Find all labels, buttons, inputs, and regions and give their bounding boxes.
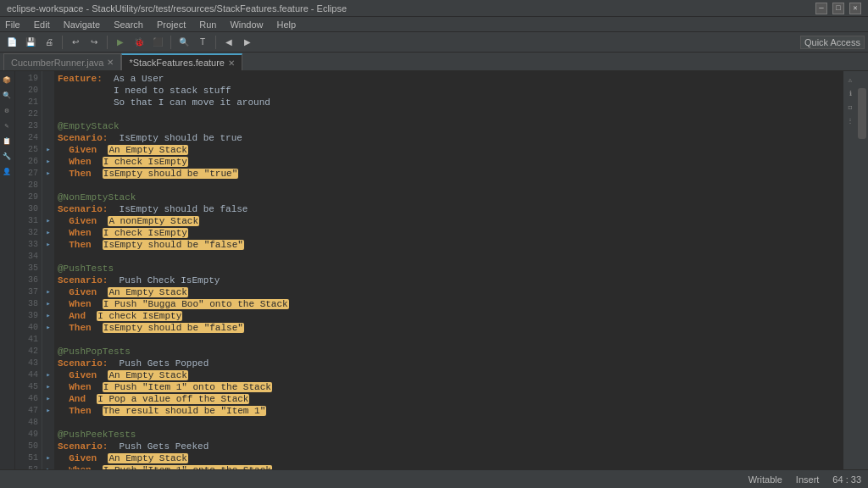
code-line-38: When I Push "Bugga Boo" onto the Stack	[58, 298, 843, 310]
right-sidebar: ⚠ ℹ ◻ ⋮	[843, 71, 856, 469]
linenum-38: 38	[15, 298, 42, 310]
toolbar-search[interactable]: 🔍	[175, 34, 192, 51]
mark-38: ▸	[42, 298, 54, 310]
linenum-22: 22	[15, 108, 42, 120]
code-line-37: Given An Empty Stack	[58, 286, 843, 298]
menu-search[interactable]: Search	[112, 19, 145, 30]
menu-file[interactable]: File	[3, 19, 22, 30]
mark-34	[42, 251, 54, 263]
linenum-37: 37	[15, 286, 42, 298]
toolbar-new[interactable]: 📄	[3, 34, 20, 51]
gutter-icon-5[interactable]: 📋	[0, 134, 14, 147]
gutter-icon-6[interactable]: 🔧	[0, 149, 14, 163]
sidebar-icon-1[interactable]: ⚠	[843, 73, 857, 86]
linenum-26: 26	[15, 156, 42, 168]
code-line-30: Scenario: IsEmpty should be false	[58, 203, 843, 215]
mark-42	[42, 346, 54, 358]
minimize-button[interactable]: ─	[815, 3, 827, 14]
code-line-25: Given An Empty Stack	[58, 144, 843, 156]
toolbar-run[interactable]: ▶	[112, 34, 129, 51]
linenum-47: 47	[15, 405, 42, 417]
toolbar-sep-4	[215, 36, 216, 49]
code-line-33: Then IsEmpty should be "false"	[58, 239, 843, 251]
code-line-34	[58, 251, 843, 263]
toolbar-next[interactable]: ▶	[239, 34, 256, 51]
code-editor[interactable]: Feature: As a User I need to stack stuff…	[54, 71, 843, 469]
linenum-50: 50	[15, 441, 42, 452]
tab-cucumber-runner-label: CucumberRunner.java	[11, 58, 103, 68]
main-content: 📦 🔍 ⚙ ✎ 📋 🔧 👤 19 20 21 22 23 24 25 26 27…	[0, 71, 868, 469]
linenum-48: 48	[15, 417, 42, 429]
maximize-button[interactable]: □	[832, 3, 844, 14]
code-line-48	[58, 417, 843, 429]
toolbar-save[interactable]: 💾	[22, 34, 39, 51]
linenum-49: 49	[15, 429, 42, 441]
toolbar-redo[interactable]: ↪	[86, 34, 103, 51]
linenum-46: 46	[15, 393, 42, 405]
menu-bar: File Edit Navigate Search Project Run Wi…	[0, 17, 868, 32]
scroll-thumb[interactable]	[858, 88, 866, 139]
code-line-43: Scenario: Push Gets Popped	[58, 358, 843, 369]
gutter-icon-7[interactable]: 👤	[0, 164, 14, 178]
mark-44: ▸	[42, 369, 54, 381]
code-line-29: @NonEmptyStack	[58, 191, 843, 203]
quick-access-input[interactable]: Quick Access	[800, 36, 865, 49]
code-line-35: @PushTests	[58, 263, 843, 274]
toolbar-prev[interactable]: ◀	[220, 34, 237, 51]
gutter-icon-3[interactable]: ⚙	[0, 103, 14, 117]
mark-23	[42, 120, 54, 132]
mark-19	[42, 73, 54, 85]
toolbar-print[interactable]: 🖨	[41, 34, 58, 51]
status-insert: Insert	[796, 474, 820, 485]
sidebar-icon-3[interactable]: ◻	[843, 100, 857, 114]
status-bar: Writable Insert 64 : 33	[0, 469, 868, 488]
mark-25: ▸	[42, 144, 54, 156]
linenum-40: 40	[15, 322, 42, 334]
mark-29	[42, 191, 54, 203]
menu-run[interactable]: Run	[198, 19, 218, 30]
linenum-52: 52	[15, 464, 42, 469]
code-line-32: When I check IsEmpty	[58, 227, 843, 239]
linenum-51: 51	[15, 452, 42, 464]
menu-navigate[interactable]: Navigate	[62, 19, 102, 30]
toolbar-open-type[interactable]: T	[194, 34, 211, 51]
tab-cucumber-runner-close[interactable]: ✕	[107, 58, 114, 67]
gutter-icon-4[interactable]: ✎	[0, 119, 14, 132]
menu-edit[interactable]: Edit	[32, 19, 52, 30]
linenum-36: 36	[15, 274, 42, 286]
linenum-42: 42	[15, 346, 42, 358]
menu-help[interactable]: Help	[275, 19, 298, 30]
tab-stack-features[interactable]: *StackFeatures.feature ✕	[121, 53, 242, 70]
close-button[interactable]: ✕	[849, 3, 861, 14]
gutter-icon-1[interactable]: 📦	[0, 73, 14, 86]
sidebar-icon-2[interactable]: ℹ	[843, 86, 857, 100]
mark-51: ▸	[42, 452, 54, 464]
toolbar-stop[interactable]: ⬛	[149, 34, 166, 51]
toolbar-undo[interactable]: ↩	[67, 34, 84, 51]
gutter-icon-2[interactable]: 🔍	[0, 88, 14, 102]
mark-48	[42, 417, 54, 429]
tab-cucumber-runner[interactable]: CucumberRunner.java ✕	[3, 53, 121, 70]
scroll-track[interactable]	[856, 71, 868, 469]
menu-project[interactable]: Project	[155, 19, 187, 30]
window-controls[interactable]: ─ □ ✕	[815, 3, 861, 14]
sidebar-icon-4[interactable]: ⋮	[843, 114, 857, 127]
menu-window[interactable]: Window	[228, 19, 264, 30]
code-line-49: @PushPeekTests	[58, 429, 843, 441]
mark-52: ▸	[42, 464, 54, 469]
editor-gutter-marks: ▸ ▸ ▸ ▸ ▸ ▸ ▸ ▸ ▸ ▸ ▸ ▸ ▸ ▸ ▸	[42, 71, 54, 469]
status-position: 64 : 33	[832, 474, 861, 485]
linenum-31: 31	[15, 215, 42, 227]
mark-30	[42, 203, 54, 215]
toolbar-debug[interactable]: 🐞	[131, 34, 147, 51]
scroll-gutter[interactable]	[856, 71, 868, 469]
tabs-bar: CucumberRunner.java ✕ *StackFeatures.fea…	[0, 53, 868, 71]
code-line-28	[58, 180, 843, 191]
code-line-47: Then The result should be "Item 1"	[58, 405, 843, 417]
code-line-39: And I check IsEmpty	[58, 310, 843, 322]
tab-stack-features-close[interactable]: ✕	[228, 58, 235, 68]
code-line-44: Given An Empty Stack	[58, 369, 843, 381]
code-line-21: So that I can move it around	[58, 97, 843, 108]
mark-39: ▸	[42, 310, 54, 322]
status-writable: Writable	[748, 474, 782, 485]
